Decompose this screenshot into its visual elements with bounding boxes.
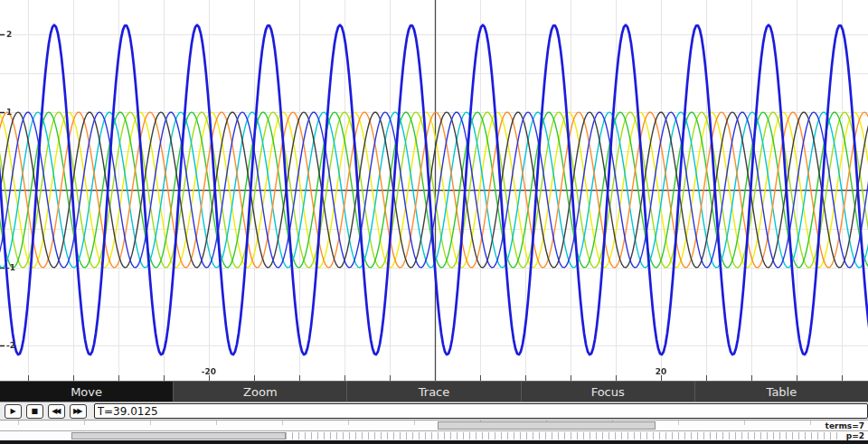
rewind-icon[interactable]: ◀◀: [48, 404, 65, 419]
y-axis-tick-label: 2: [6, 30, 12, 39]
p-value-label: p=2: [843, 431, 864, 440]
stop-icon[interactable]: ■: [26, 404, 43, 419]
y-axis-tick-label: -1: [6, 263, 15, 272]
tab-trace[interactable]: Trace: [346, 382, 520, 401]
tab-focus[interactable]: Focus: [521, 382, 694, 401]
time-input[interactable]: [94, 403, 868, 419]
terms-slider-handle[interactable]: [438, 421, 656, 430]
terms-value-label: terms=7: [822, 421, 864, 430]
wave-visualizer-app: -202021-1-2 Move Zoom Trace Focus Table …: [0, 0, 868, 444]
terms-slider-track[interactable]: terms=7: [0, 420, 868, 430]
p-slider-ruler-ticks: [286, 432, 866, 439]
tab-table[interactable]: Table: [694, 382, 868, 401]
p-slider-handle[interactable]: [71, 432, 286, 439]
tab-zoom[interactable]: Zoom: [173, 382, 346, 401]
bottom-strip: [0, 440, 868, 444]
fast-forward-icon[interactable]: ▶▶: [70, 404, 87, 419]
x-axis-tick-label: 20: [656, 367, 667, 376]
y-axis-tick-label: -2: [6, 341, 15, 350]
p-slider-track[interactable]: p=2: [0, 430, 868, 440]
plot-area[interactable]: -202021-1-2: [0, 0, 868, 381]
y-axis-tick-label: 1: [6, 108, 12, 117]
playback-bar: ▶ ■ ◀◀ ▶▶: [0, 401, 868, 420]
tab-move[interactable]: Move: [0, 382, 173, 401]
tab-bar: Move Zoom Trace Focus Table: [0, 381, 868, 401]
waveform-canvas: [0, 0, 868, 381]
play-icon[interactable]: ▶: [5, 404, 22, 419]
x-axis-tick-label: -20: [202, 367, 216, 376]
